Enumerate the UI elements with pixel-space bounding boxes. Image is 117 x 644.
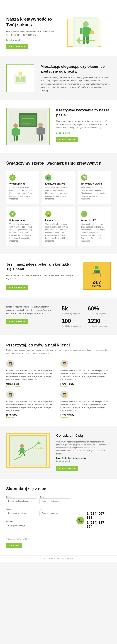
- svg-rect-22: [14, 128, 18, 136]
- testimonial-text-2: Proin sed libero enim sed faucibus turpi…: [6, 400, 57, 412]
- services-section: Świadczymy szeroki wachlarz usług kreaty…: [0, 153, 117, 254]
- testimonial-name-3: Fiona Kinney: [60, 414, 111, 416]
- svg-rect-35: [94, 270, 95, 274]
- message-field-group: Message: [6, 520, 70, 536]
- website-label: Website: [6, 508, 37, 510]
- creative-read-more-button[interactable]: CZYTAJ WIĘCEJ: [56, 137, 78, 142]
- stat-number-0: 5k: [62, 305, 85, 312]
- email-input[interactable]: [6, 498, 37, 504]
- service-card-innovation-desc: Vitae iaculis tellus maurs a diam maximu…: [45, 223, 72, 242]
- living-section: Mieszkając elegancją, czy okiennice apet…: [0, 56, 117, 100]
- svg-rect-41: [9, 435, 47, 466]
- living-title: Mieszkając elegancją, czy okiennice apet…: [40, 64, 111, 74]
- website-input[interactable]: [6, 510, 37, 516]
- testimonial-role-2: Freelancer: [6, 416, 57, 418]
- phone-label: Phone: [40, 508, 70, 510]
- testimonial-role-0: System Freelancer: [6, 385, 57, 387]
- service-card-support: 🔧 Wsparcie 24/7 Vitae iaculis tellus mau…: [78, 207, 111, 246]
- testimonial-text-3: Proin sed libero enim sed faucibus turpi…: [60, 400, 111, 412]
- name-input[interactable]: [40, 498, 70, 504]
- results-icon: 📊: [81, 174, 87, 181]
- what-people-say-section: ★★★★★ Co ludzie mówią Obiektywnie wprowa…: [0, 426, 117, 479]
- svg-rect-23: [12, 129, 14, 135]
- service-card-results: 📊 Niesamowite wyniki Vitae iaculis tellu…: [78, 171, 111, 204]
- svg-rect-8: [91, 30, 93, 31]
- what-people-text: Co ludzie mówią Obiektywnie wprowadzają …: [56, 434, 111, 471]
- living-decoration: [6, 64, 34, 92]
- testimonial-avatar-3: 👩: [60, 391, 68, 398]
- contact-form-section: Skontaktuj się z nami Email Name Website: [0, 479, 117, 556]
- testimonial-name-1: Frank Kinney: [60, 383, 111, 385]
- what-people-title: Co ludzie mówią: [56, 434, 111, 438]
- form-column: Email Name Website Phone Me: [6, 496, 70, 548]
- stats-text: Nasza profesjonalny zespół w każdym drob…: [6, 305, 56, 327]
- svg-rect-31: [39, 135, 40, 140]
- quality-icon: ★: [9, 174, 16, 181]
- form-row-email-name: Email Name: [6, 496, 70, 506]
- phone-field-group: Phone: [40, 508, 70, 516]
- creative-description: Nasza profesjonalny zespół w każdym drob…: [56, 120, 111, 129]
- badge-main-text: 24/7: [92, 280, 101, 285]
- svg-rect-38: [93, 274, 94, 276]
- svg-point-33: [95, 266, 98, 269]
- contact-form-layout: Email Name Website Phone Me: [6, 496, 111, 548]
- support-icon: 🔧: [81, 211, 87, 217]
- svg-rect-40: [96, 271, 99, 273]
- submit-button[interactable]: SKŁADAĆ: [6, 543, 22, 548]
- stats-button[interactable]: CZYTAJ WIĘCEJ: [6, 319, 28, 324]
- testimonial-card-0: 👩 Proin sed libero enim sed faucibus tur…: [6, 360, 57, 387]
- service-card-quality-title: Wysoka jakość: [9, 182, 36, 185]
- service-card-team: 👥 Kreatywna drużyna Vitae iaculis tellus…: [42, 171, 75, 204]
- svg-point-43: [20, 444, 24, 448]
- stat-number-3: 1230: [88, 318, 111, 324]
- living-description: Chociaż nie byliśmy pierwszą firmą sprze…: [40, 76, 111, 92]
- hero-link[interactable]: Zdjęcie z month: [6, 39, 20, 41]
- form-row-website-phone: Website Phone: [6, 508, 70, 518]
- testimonial-avatar-2: 👩: [6, 391, 14, 398]
- service-card-results-desc: Vitae iaculis tellus maurs a diam maximu…: [81, 186, 108, 200]
- service-card-quality-desc: Vitae iaculis tellus maurs a diam maximu…: [9, 186, 36, 200]
- footer: Made with ♥ in Studio One Two Pixels: [0, 556, 117, 562]
- service-card-team-desc: Vitae iaculis tellus maurs a diam maximu…: [45, 186, 72, 200]
- contact-form-title: Skontaktuj się z nami: [6, 486, 111, 491]
- hero-section: Nasza kreatywność to Twój sukces Duis au…: [0, 6, 117, 56]
- stat-number-2: 100: [62, 318, 85, 324]
- hero-read-more-button[interactable]: CZYTAJ WIĘCEJ: [6, 44, 28, 49]
- stat-label-1: Przykładowy nagłówek: [88, 312, 111, 315]
- svg-rect-13: [17, 79, 24, 82]
- svg-point-1: [83, 21, 88, 27]
- hero-title: Nasza kreatywność to Twój sukces: [6, 16, 56, 28]
- phone-input[interactable]: [40, 510, 70, 516]
- stats-description: Nasza profesjonalny zespół w każdym drob…: [6, 305, 56, 315]
- svg-point-21: [14, 124, 18, 128]
- creative-link[interactable]: Zdjęcie z month: [56, 132, 70, 134]
- contact-cta-button[interactable]: CZYTAJ WIĘCEJ: [6, 285, 28, 290]
- phone-number-1: 1 (234) 567-891: [86, 512, 111, 520]
- contact-cta-description: Duis aute irure dolor in reprehenderit i…: [6, 274, 76, 280]
- website-field-group: Website: [6, 508, 37, 516]
- what-people-link[interactable]: Zdjęcie z month: [56, 460, 70, 462]
- hero-illustration-figure: [73, 17, 98, 47]
- svg-rect-29: [36, 128, 38, 134]
- stat-box-0: 5k Przykładowy nagłówek: [62, 305, 85, 315]
- hero-illustration: [64, 16, 108, 50]
- stat-box-2: 100 Przykładowy nagłówek: [62, 318, 85, 327]
- message-input[interactable]: [6, 523, 70, 535]
- what-people-button[interactable]: CZYTAJ WIĘCEJ: [56, 466, 78, 471]
- services-title: Świadczymy szeroki wachlarz usług kreaty…: [6, 161, 111, 166]
- quote-author: Dave Dash, dyrektor generalny: [56, 457, 111, 459]
- email-field-group: Email: [6, 496, 37, 504]
- stats-grid: 5k Przykładowy nagłówek 60% Przykładowy …: [62, 305, 111, 327]
- testimonials-subtitle: Pellentesque ultricies, aget nunc accums…: [6, 348, 111, 355]
- service-card-support-desc: Vitae iaculis tellus maurs a diam maximu…: [81, 223, 108, 242]
- testimonial-role-3: Freelancer: [60, 416, 111, 418]
- badge-sub-text: SERVICE: [92, 285, 101, 287]
- testimonial-name-2: Nick Perry: [6, 414, 57, 416]
- menu-icon[interactable]: ☰: [58, 2, 60, 4]
- svg-rect-2: [83, 27, 89, 37]
- svg-rect-7: [90, 31, 94, 34]
- service-card-results-title: Niesamowite wyniki: [81, 182, 108, 185]
- svg-rect-24: [18, 129, 20, 135]
- contact-cta-title: Jeśli masz jakieś pytania, skontaktuj si…: [6, 262, 76, 272]
- testimonial-card-3: 👩 Proin sed libero enim sed faucibus tur…: [60, 391, 111, 418]
